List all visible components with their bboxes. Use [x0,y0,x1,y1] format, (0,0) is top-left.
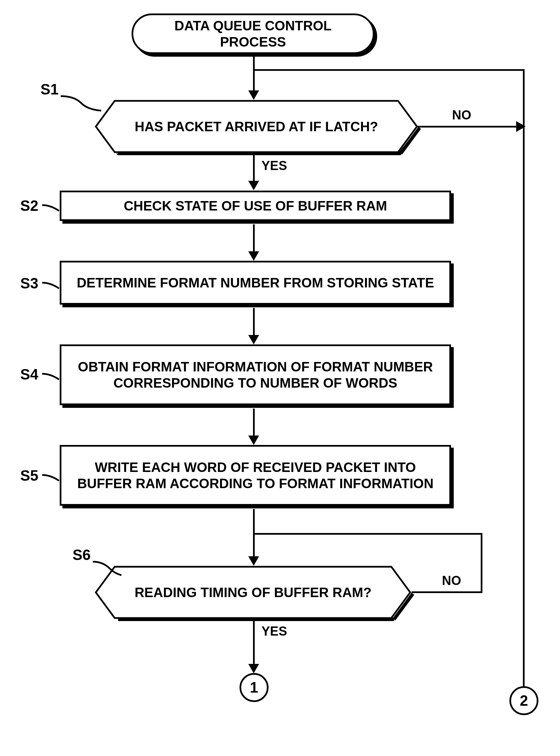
process-s5: WRITE EACH WORD OF RECEIVED PACKET INTO … [60,445,451,506]
arrow-line [418,126,519,127]
connector-2-text: 2 [520,692,528,709]
branch-yes-s6: YES [261,624,287,639]
arrowhead-icon [248,335,259,344]
arrow-line [253,308,255,335]
arrow-line [523,69,525,687]
flowchart-container: DATA QUEUE CONTROL PROCESS HAS PACKET AR… [14,14,546,742]
arrowhead-icon [516,121,525,132]
arrow-line [254,69,525,71]
process-s3: DETERMINE FORMAT NUMBER FROM STORING STA… [60,261,451,305]
arrowhead-icon [248,664,259,673]
decision-s1-text: HAS PACKET ARRIVED AT IF LATCH? [135,118,378,135]
arrowhead-icon [248,436,259,445]
arrowhead-icon [248,251,259,261]
process-s5-text: WRITE EACH WORD OF RECEIVED PACKET INTO … [69,459,441,492]
arrow-line [253,620,255,664]
arrow-line [253,155,255,181]
arrow-line [253,57,255,91]
lead-line [61,95,105,111]
process-s2: CHECK STATE OF USE OF BUFFER RAM [60,191,451,221]
step-label-s6: S6 [73,546,91,563]
step-label-s3: S3 [20,275,38,292]
process-s3-text: DETERMINE FORMAT NUMBER FROM STORING STA… [77,275,434,291]
arrowhead-icon [248,181,259,190]
arrow-line [253,409,255,436]
process-s4-text: OBTAIN FORMAT INFORMATION OF FORMAT NUMB… [69,359,441,391]
arrow-line [254,533,482,535]
step-label-s5: S5 [20,467,38,484]
arrow-line [412,591,482,593]
step-label-s2: S2 [20,197,38,214]
lead-line [42,280,61,290]
step-label-s1: S1 [40,81,59,98]
decision-s6-text: READING TIMING OF BUFFER RAM? [135,584,372,600]
arrowhead-icon [248,91,259,100]
branch-no-s1: NO [452,108,471,122]
decision-s1: HAS PACKET ARRIVED AT IF LATCH? [95,100,418,154]
lead-line [42,371,61,381]
lead-line [42,472,61,482]
terminator-title-text: DATA QUEUE CONTROL PROCESS [147,18,359,50]
arrow-line [253,509,255,556]
connector-1: 1 [240,673,268,702]
process-s2-text: CHECK STATE OF USE OF BUFFER RAM [124,198,387,214]
branch-no-s6: NO [442,574,461,588]
decision-s6: READING TIMING OF BUFFER RAM? [95,565,412,619]
lead-line [93,560,123,577]
step-label-s4: S4 [20,366,38,383]
connector-1-text: 1 [250,679,258,696]
branch-yes-s1: YES [261,159,287,173]
lead-line [42,202,61,213]
arrowhead-icon [248,556,259,566]
connector-2: 2 [509,686,538,715]
terminator-start: DATA QUEUE CONTROL PROCESS [132,14,375,54]
arrow-line [481,533,482,593]
arrow-line [253,224,255,251]
process-s4: OBTAIN FORMAT INFORMATION OF FORMAT NUMB… [60,344,451,405]
